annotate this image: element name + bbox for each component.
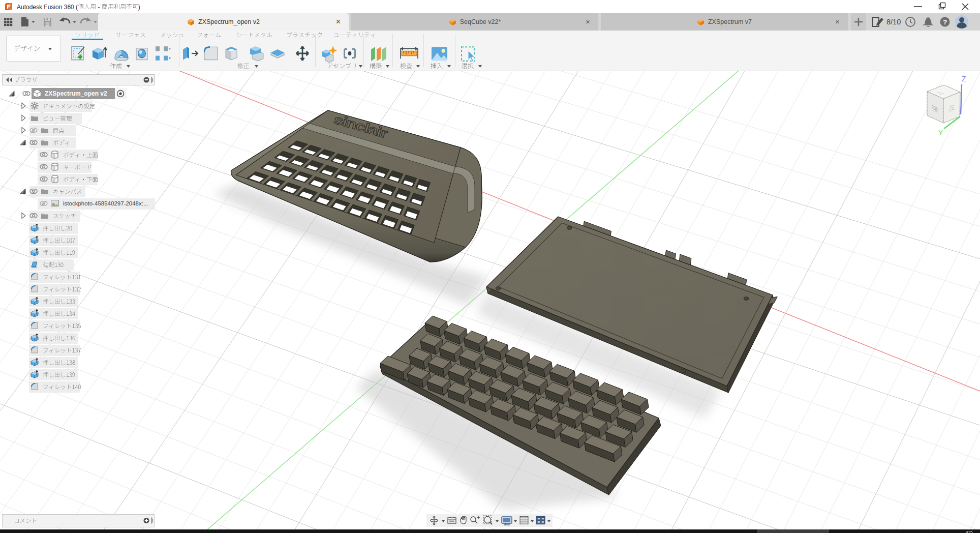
svg-text:Z: Z <box>962 75 966 83</box>
svg-text:?: ? <box>943 18 947 26</box>
svg-text:Y: Y <box>938 129 943 137</box>
svg-text:8/10: 8/10 <box>886 18 901 26</box>
